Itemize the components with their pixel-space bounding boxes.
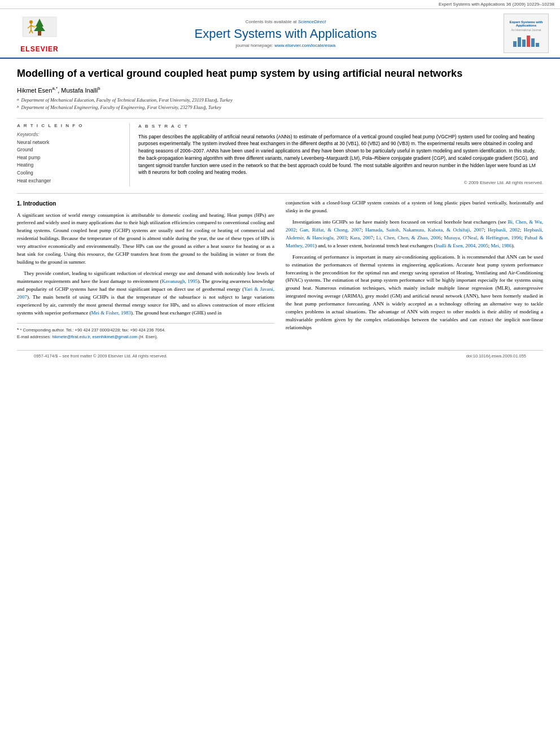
ref-hamada[interactable]: Hamada, Saitoh, Nakamura, Kubota, & Ochi… bbox=[365, 227, 484, 233]
author1-super: a,* bbox=[52, 86, 58, 91]
keywords-list: Neural network Ground Heat pump Heating … bbox=[17, 139, 121, 185]
homepage-text: journal homepage: bbox=[236, 43, 275, 48]
svg-rect-3 bbox=[38, 31, 41, 36]
footnote-email-label: E-mail addresses: bbox=[17, 334, 51, 339]
article-info-section: A R T I C L E I N F O Keywords: Neural n… bbox=[17, 123, 130, 187]
citation-text: Expert Systems with Applications 36 (200… bbox=[439, 2, 554, 7]
keyword-3: Heat pump bbox=[17, 154, 121, 162]
keywords-label: Keywords: bbox=[17, 132, 121, 137]
footnote-star-text: * Corresponding author. Tel.: +90 424 23… bbox=[20, 327, 166, 333]
body-right-col: conjunction with a closed-loop GCHP syst… bbox=[286, 199, 543, 342]
ref-inalli[interactable]: Inalli & Esen, 2004, 2005 bbox=[436, 243, 488, 248]
ref-yari[interactable]: Yari & Javani, 2007 bbox=[17, 286, 274, 300]
homepage-link[interactable]: www.elsevier.com/locate/eswa bbox=[274, 43, 335, 48]
footnote-email-suffix: (H. Esen). bbox=[139, 334, 158, 339]
footnote-corresponding: * * Corresponding author. Tel.: +90 424 … bbox=[17, 326, 274, 334]
journal-header: ELSEVIER Contents lists available at Sci… bbox=[0, 9, 560, 59]
abstract-text: This paper describes the applicability o… bbox=[138, 133, 543, 177]
footnote-email-sep: , bbox=[90, 334, 91, 339]
footnote-star: * bbox=[17, 327, 19, 333]
article-title: Modelling of a vertical ground coupled h… bbox=[17, 67, 543, 80]
keyword-4: Heating bbox=[17, 161, 121, 169]
elsevier-logo-svg bbox=[20, 14, 59, 45]
issn-text: 0957-4174/$ – see front matter © 2009 El… bbox=[34, 353, 168, 359]
abstract-label: A B S T R A C T bbox=[138, 123, 543, 130]
ref-mei-fisher[interactable]: Mei & Fisher, 1983 bbox=[91, 310, 131, 316]
footnote-email: E-mail addresses: hikmete@firat.edu.tr, … bbox=[17, 334, 274, 340]
right-para1: conjunction with a closed-loop GCHP syst… bbox=[286, 199, 543, 215]
affil-b-super: b bbox=[17, 104, 19, 111]
footnote-email2[interactable]: esenhikmet@gmail.com bbox=[93, 334, 138, 339]
affil-a-super: a bbox=[17, 97, 19, 104]
elsevier-text: ELSEVIER bbox=[20, 45, 58, 53]
journal-thumbnail: Expert Systems with Applications An Inte… bbox=[504, 14, 549, 53]
bottom-bar: 0957-4174/$ – see front matter © 2009 El… bbox=[17, 350, 543, 361]
journal-header-center: Contents lists available at ScienceDirec… bbox=[73, 19, 498, 48]
affil-line-b: b Department of Mechanical Engineering, … bbox=[17, 104, 543, 111]
journal-thumb-section: Expert Systems with Applications An Inte… bbox=[498, 14, 554, 53]
svg-rect-13 bbox=[522, 40, 526, 47]
ref-gan[interactable]: Gan, Riffat, & Chong, 2007 bbox=[300, 227, 361, 233]
right-para2: Investigations into GCHPs so far have ma… bbox=[286, 219, 543, 250]
body-left-col: 1. Introduction A significant section of… bbox=[17, 199, 274, 342]
ref-li[interactable]: Li, Chen, Chen, & Zhao, 2006 bbox=[377, 235, 441, 241]
author2-name: , Mustafa Inalli bbox=[58, 87, 98, 94]
elsevier-logo-section: ELSEVIER bbox=[6, 14, 73, 53]
keyword-6: Heat exchanger bbox=[17, 177, 121, 185]
article-info-label: A R T I C L E I N F O bbox=[17, 123, 121, 128]
copyright-line: © 2009 Elsevier Ltd. All rights reserved… bbox=[138, 180, 543, 186]
keyword-5: Cooling bbox=[17, 169, 121, 177]
affiliations: a Department of Mechanical Education, Fa… bbox=[17, 97, 543, 111]
sciencedirect-line: Contents lists available at ScienceDirec… bbox=[73, 19, 498, 24]
doi-text: doi:10.1016/j.eswa.2009.01.055 bbox=[466, 353, 526, 359]
author2-super: b bbox=[98, 86, 100, 91]
svg-rect-14 bbox=[527, 36, 530, 47]
main-content: Modelling of a vertical ground coupled h… bbox=[0, 59, 560, 370]
intro-para1: A significant section of world energy co… bbox=[17, 212, 274, 267]
ref-muraya[interactable]: Muraya, O'Neal, & Heffington, 1996 bbox=[444, 235, 522, 241]
footnote-email1[interactable]: hikmete@firat.edu.tr bbox=[52, 334, 90, 339]
keyword-2: Ground bbox=[17, 146, 121, 154]
affil-a-text: Department of Mechanical Education, Facu… bbox=[21, 97, 233, 104]
elsevier-logo: ELSEVIER bbox=[20, 14, 59, 53]
svg-point-10 bbox=[33, 25, 36, 28]
ref-mei1986[interactable]: Mei, 1986 bbox=[491, 243, 512, 248]
svg-rect-12 bbox=[518, 37, 521, 47]
ref-hepbasli2002[interactable]: Hepbasli, 2002 bbox=[488, 227, 520, 233]
ref-kavanaugh[interactable]: Kavanaugh, 1995 bbox=[161, 278, 198, 284]
affil-b-text: Department of Mechanical Engineering, Fa… bbox=[21, 104, 221, 111]
sciencedirect-prefix: Contents lists available at bbox=[246, 19, 298, 24]
intro-para2: They provide comfort, leading to signifi… bbox=[17, 270, 274, 317]
svg-rect-16 bbox=[536, 43, 539, 47]
svg-rect-11 bbox=[513, 41, 517, 47]
affil-line-a: a Department of Mechanical Education, Fa… bbox=[17, 97, 543, 104]
footnote-section: * * Corresponding author. Tel.: +90 424 … bbox=[17, 323, 274, 340]
article-info-abstract: A R T I C L E I N F O Keywords: Neural n… bbox=[17, 118, 543, 187]
section-divider bbox=[17, 193, 543, 194]
keyword-1: Neural network bbox=[17, 139, 121, 147]
abstract-section: A B S T R A C T This paper describes the… bbox=[130, 123, 543, 187]
author1-name: Hikmet Esen bbox=[17, 87, 52, 94]
ref-kara[interactable]: Kara, 2007 bbox=[350, 235, 373, 241]
svg-point-4 bbox=[29, 20, 33, 24]
right-para3: Forecasting of performance is important … bbox=[286, 254, 543, 332]
svg-rect-15 bbox=[531, 38, 535, 47]
journal-title: Expert Systems with Applications bbox=[73, 27, 498, 41]
authors-line: Hikmet Esena,*, Mustafa Inallib bbox=[17, 86, 543, 94]
journal-citation: Expert Systems with Applications 36 (200… bbox=[0, 0, 560, 9]
sciencedirect-link[interactable]: ScienceDirect bbox=[298, 19, 326, 24]
intro-heading: 1. Introduction bbox=[17, 199, 274, 208]
journal-homepage: journal homepage: www.elsevier.com/locat… bbox=[73, 43, 498, 48]
body-content: 1. Introduction A significant section of… bbox=[17, 199, 543, 342]
thumb-chart-icon bbox=[512, 33, 540, 47]
